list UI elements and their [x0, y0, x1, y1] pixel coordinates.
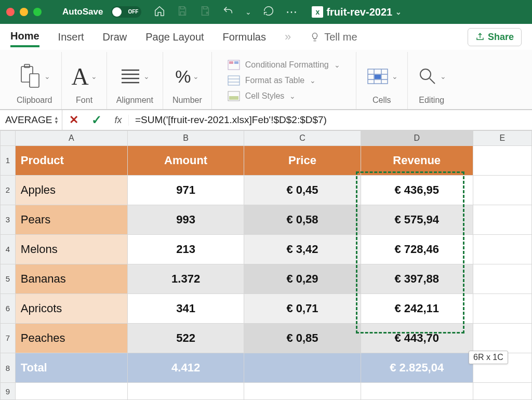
cell-e9[interactable]	[473, 383, 531, 400]
cell-d9[interactable]	[361, 383, 473, 400]
cancel-formula-button[interactable]: ✕	[62, 113, 85, 127]
cell-e6[interactable]	[473, 294, 531, 323]
formula-input[interactable]: =SUM('[fruit-rev-2021.xlsx]Feb'!$D$2:$D$…	[129, 114, 532, 126]
more-icon[interactable]: ⋯	[286, 5, 297, 19]
cell-b2[interactable]: 971	[127, 175, 244, 205]
cell-e5[interactable]	[473, 264, 531, 294]
tab-draw[interactable]: Draw	[103, 28, 127, 46]
cell-c4[interactable]: € 3,42	[244, 234, 361, 264]
cell-d3[interactable]: € 575,94	[361, 205, 473, 234]
accept-formula-button[interactable]: ✓	[85, 113, 108, 127]
cell-a3[interactable]: Pears	[15, 205, 127, 234]
cell-b4[interactable]: 213	[127, 234, 244, 264]
row-header-9[interactable]: 9	[1, 383, 16, 400]
zoom-window-button[interactable]	[33, 8, 42, 16]
cells-button[interactable]: ⌄	[366, 61, 398, 91]
conditional-formatting-button[interactable]: Conditional Formatting ⌄	[228, 60, 340, 70]
cell-a2[interactable]: Apples	[15, 175, 127, 205]
cell-e7[interactable]	[473, 323, 531, 353]
cell-c2[interactable]: € 0,45	[244, 175, 361, 205]
font-button[interactable]: A ⌄	[71, 61, 97, 91]
cell-d2[interactable]: € 436,95	[361, 175, 473, 205]
file-name-chip[interactable]: x fruit-rev-2021 ⌄	[312, 6, 402, 18]
format-as-table-button[interactable]: Format as Table ⌄	[228, 75, 316, 86]
cell-c6[interactable]: € 0,71	[244, 294, 361, 323]
cell-c1[interactable]: Price	[244, 145, 361, 175]
cell-d6[interactable]: € 242,11	[361, 294, 473, 323]
column-header-a[interactable]: A	[15, 131, 127, 146]
cell-e3[interactable]	[473, 205, 531, 234]
column-header-d[interactable]: D	[361, 131, 473, 146]
cell-a6[interactable]: Apricots	[15, 294, 127, 323]
redo-icon[interactable]	[263, 5, 274, 19]
tab-home[interactable]: Home	[10, 27, 39, 47]
name-box-stepper[interactable]: ▲▼	[54, 116, 59, 124]
name-box[interactable]: AVERAGE ▲▼	[0, 110, 62, 130]
cell-a7[interactable]: Peaches	[15, 323, 127, 353]
cell-b5[interactable]: 1.372	[127, 264, 244, 294]
row-header-4[interactable]: 4	[1, 234, 16, 264]
cell-a4[interactable]: Melons	[15, 234, 127, 264]
cell-b9[interactable]	[127, 383, 244, 400]
cell-d4[interactable]: € 728,46	[361, 234, 473, 264]
column-header-c[interactable]: C	[244, 131, 361, 146]
undo-dropdown-icon[interactable]: ⌄	[245, 8, 251, 16]
cell-d8[interactable]: € 2.825,04	[361, 353, 473, 382]
cell-b1[interactable]: Amount	[127, 145, 244, 175]
tab-insert[interactable]: Insert	[58, 28, 84, 46]
row-header-2[interactable]: 2	[1, 175, 16, 205]
fx-icon[interactable]: fx	[108, 115, 129, 126]
cell-a5[interactable]: Bananas	[15, 264, 127, 294]
tab-page-layout[interactable]: Page Layout	[145, 28, 204, 46]
paste-button[interactable]: ⌄	[18, 61, 50, 91]
chevron-down-icon[interactable]: ⌄	[44, 72, 50, 81]
cell-c8[interactable]	[244, 353, 361, 382]
chevron-down-icon[interactable]: ⌄	[395, 8, 402, 16]
cell-c5[interactable]: € 0,29	[244, 264, 361, 294]
cell-c7[interactable]: € 0,85	[244, 323, 361, 353]
row-header-3[interactable]: 3	[1, 205, 16, 234]
minimize-window-button[interactable]	[20, 8, 28, 16]
home-icon[interactable]	[154, 5, 165, 19]
tell-me-search[interactable]: Tell me	[310, 31, 357, 43]
row-header-1[interactable]: 1	[1, 145, 16, 175]
select-all-corner[interactable]	[1, 131, 16, 146]
cell-e2[interactable]	[473, 175, 531, 205]
cell-c3[interactable]: € 0,58	[244, 205, 361, 234]
chevron-down-icon[interactable]: ⌄	[193, 72, 199, 81]
cell-e1[interactable]	[473, 145, 531, 175]
row-header-8[interactable]: 8	[1, 353, 16, 382]
more-tabs-icon[interactable]: »	[285, 30, 291, 44]
alignment-button[interactable]: ⌄	[119, 61, 150, 91]
autosave-toggle[interactable]: OFF	[111, 6, 141, 18]
chevron-down-icon[interactable]: ⌄	[392, 72, 398, 81]
spreadsheet-grid[interactable]: A B C D E 1 Product Amount Price Revenue…	[0, 130, 532, 400]
chevron-down-icon[interactable]: ⌄	[143, 72, 150, 81]
row-header-6[interactable]: 6	[1, 294, 16, 323]
save-as-icon[interactable]	[200, 5, 211, 19]
cell-e4[interactable]	[473, 234, 531, 264]
tab-formulas[interactable]: Formulas	[223, 28, 266, 46]
column-header-e[interactable]: E	[473, 131, 531, 146]
number-button[interactable]: % ⌄	[175, 61, 199, 91]
cell-b6[interactable]: 341	[127, 294, 244, 323]
cell-a1[interactable]: Product	[15, 145, 127, 175]
cell-d5[interactable]: € 397,88	[361, 264, 473, 294]
row-header-7[interactable]: 7	[1, 323, 16, 353]
close-window-button[interactable]	[6, 8, 15, 16]
cell-b3[interactable]: 993	[127, 205, 244, 234]
cell-c9[interactable]	[244, 383, 361, 400]
chevron-down-icon[interactable]: ⌄	[440, 72, 446, 81]
save-icon[interactable]	[177, 5, 188, 19]
cell-b7[interactable]: 522	[127, 323, 244, 353]
chevron-down-icon[interactable]: ⌄	[91, 72, 97, 81]
cell-d7[interactable]: € 443,70	[361, 323, 473, 353]
column-header-b[interactable]: B	[127, 131, 244, 146]
cell-styles-button[interactable]: Cell Styles ⌄	[228, 91, 296, 101]
undo-icon[interactable]	[222, 5, 234, 19]
cell-a9[interactable]	[15, 383, 127, 400]
row-header-5[interactable]: 5	[1, 264, 16, 294]
editing-button[interactable]: ⌄	[417, 61, 446, 91]
cell-a8[interactable]: Total	[15, 353, 127, 382]
cell-d1[interactable]: Revenue	[361, 145, 473, 175]
